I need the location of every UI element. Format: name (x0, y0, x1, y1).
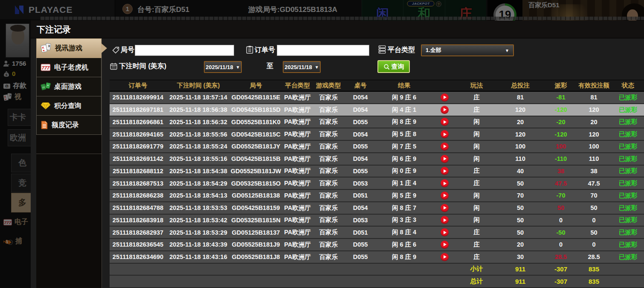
platform-type: PA欧洲厅 (281, 130, 313, 138)
table-number: D055 (343, 119, 377, 125)
bet-time: 2025-11-18 18:53:29 (166, 229, 230, 236)
table-row[interactable]: 251118182686238 2025-11-18 18:54:13 GD05… (110, 190, 644, 202)
replay-button[interactable] (441, 179, 449, 187)
subtotal-payout: -307 (546, 265, 576, 273)
platform-type: PA欧洲厅 (281, 118, 313, 126)
valid-bet-value: 0 (576, 241, 612, 248)
game-type: 百家乐 (313, 192, 343, 200)
table-row[interactable]: 251118182691779 2025-11-18 18:55:24 GD05… (110, 141, 644, 153)
table-number: D055 (343, 168, 377, 175)
cards-icon: 9 K♥ (41, 43, 52, 53)
replay-button[interactable] (441, 216, 449, 224)
bet-type: 闲 (458, 216, 495, 224)
table-row[interactable]: 251118182636545 2025-11-18 18:43:39 GD05… (110, 239, 644, 251)
platform-type: PA欧洲厅 (281, 155, 313, 163)
bet-time: 2025-11-18 18:43:39 (166, 241, 230, 248)
game-type: 百家乐 (313, 130, 343, 138)
replay-button[interactable] (441, 192, 449, 200)
order-number: 251118182697181 (110, 106, 166, 113)
col-result: 结果 (377, 81, 431, 90)
total-bet-value: 120 (495, 106, 546, 113)
table-row[interactable]: 251118182699914 2025-11-18 18:57:14 GD05… (110, 92, 644, 104)
date-from-picker[interactable]: 2025/11/18 ▼ (204, 61, 242, 73)
table-header-row: 订单号 下注时间 (美东) 局号 平台类型 游戏类型 桌号 结果 玩法 总投注 … (110, 80, 644, 92)
slot-777-icon: 777 (41, 64, 51, 71)
payout-value: 50 (546, 204, 576, 211)
replay-button[interactable] (441, 130, 449, 138)
bet-type: 闲 (458, 143, 495, 151)
search-button[interactable]: 查询 (377, 60, 410, 73)
order-filter-label: 订单号 (255, 46, 275, 55)
sidebar-item-video-games[interactable]: 9 K♥ 视讯游戏 (36, 38, 102, 58)
replay-button[interactable] (441, 204, 449, 212)
replay-button[interactable] (441, 253, 449, 261)
valid-bet-value: 47.5 (576, 180, 612, 187)
table-row[interactable]: 251118182696861 2025-11-18 18:56:32 GD05… (110, 116, 644, 129)
col-time: 下注时间 (美东) (166, 81, 230, 90)
replay-button[interactable] (441, 143, 449, 151)
table-row[interactable]: 251118182688112 2025-11-18 18:54:38 GD05… (110, 166, 644, 178)
bet-type: 闲 (458, 118, 495, 126)
round-filter-input[interactable] (135, 45, 234, 56)
date-to-picker[interactable]: 2025/11/18 ▼ (283, 61, 321, 73)
replay-button[interactable] (441, 228, 449, 236)
order-number: 251118182699914 (110, 94, 166, 101)
table-number: D054 (343, 155, 377, 162)
table-row[interactable]: 251118182682937 2025-11-18 18:53:29 GD05… (110, 227, 644, 239)
bet-time: 2025-11-18 18:53:53 (166, 204, 230, 211)
sidebar-item-slots[interactable]: 777 电子老虎机 (36, 58, 102, 77)
bet-records-table: 订单号 下注时间 (美东) 局号 平台类型 游戏类型 桌号 结果 玩法 总投注 … (110, 80, 644, 288)
valid-bet-value: 81 (576, 94, 612, 101)
replay-button[interactable] (441, 106, 449, 114)
bet-time: 2025-11-18 18:54:29 (166, 180, 230, 187)
order-number: 251118182682937 (110, 229, 166, 236)
replay-cell (431, 228, 458, 236)
status-badge: 已派彩 (612, 143, 644, 151)
replay-button[interactable] (441, 241, 449, 249)
round-filter-label: 局号 (121, 46, 134, 55)
round-id: GD05525B181JW (230, 168, 281, 175)
grand-total-label: 总计 (458, 277, 495, 285)
sidebar-item-points[interactable]: 积分查询 (36, 96, 102, 116)
document-icon (41, 121, 48, 129)
payout-value: -70 (546, 192, 576, 199)
game-result: 闲 6 庄 9 (377, 155, 431, 163)
sidebar-item-table-games[interactable]: co 桌面游戏 (36, 77, 102, 96)
valid-bet-value: 38 (576, 168, 612, 175)
game-type: 百家乐 (313, 93, 343, 102)
chevron-down-icon: ▼ (236, 65, 240, 70)
game-type: 百家乐 (313, 167, 343, 175)
round-id: GD05525B181K0 (230, 119, 281, 125)
order-filter-input[interactable] (277, 45, 369, 56)
total-bet-value: 100 (495, 143, 546, 150)
platform-type: PA欧洲厅 (281, 143, 313, 151)
game-type: 百家乐 (313, 179, 343, 187)
table-row[interactable]: 251118182691142 2025-11-18 18:55:16 GD05… (110, 153, 644, 166)
sidebar-item-quota-records[interactable]: 额度记录 (36, 115, 102, 135)
table-number: D053 (343, 217, 377, 224)
total-bet-value: 50 (495, 217, 546, 224)
platform-select[interactable]: 1.全部 ▼ (421, 44, 514, 56)
replay-cell (431, 192, 458, 200)
table-row[interactable]: 251118182687513 2025-11-18 18:54:29 GD05… (110, 177, 644, 190)
table-row[interactable]: 251118182697181 2025-11-18 18:56:38 GD05… (110, 104, 644, 116)
col-bet-type: 玩法 (458, 81, 495, 90)
status-badge: 已派彩 (612, 118, 644, 126)
replay-button[interactable] (441, 118, 449, 126)
table-row[interactable]: 251118182684788 2025-11-18 18:53:53 GD05… (110, 202, 644, 215)
replay-button[interactable] (441, 155, 449, 163)
col-table: 桌号 (343, 81, 377, 90)
replay-button[interactable] (441, 93, 449, 102)
valid-bet-value: 120 (576, 106, 612, 113)
table-row[interactable]: 251118182634690 2025-11-18 18:43:16 GD05… (110, 251, 644, 264)
order-number: 251118182684788 (110, 204, 166, 211)
table-row[interactable]: 251118182683918 2025-11-18 18:53:42 GD05… (110, 215, 644, 227)
payout-value: -81 (546, 94, 576, 101)
status-badge: 已派彩 (612, 204, 644, 212)
bet-time: 2025-11-18 18:43:16 (166, 253, 230, 260)
valid-bet-value: 100 (576, 143, 612, 150)
table-row[interactable]: 251118182694165 2025-11-18 18:55:56 GD05… (110, 128, 644, 141)
payout-value: -120 (546, 131, 576, 138)
replay-button[interactable] (441, 167, 449, 175)
valid-bet-value: 50 (576, 229, 612, 236)
